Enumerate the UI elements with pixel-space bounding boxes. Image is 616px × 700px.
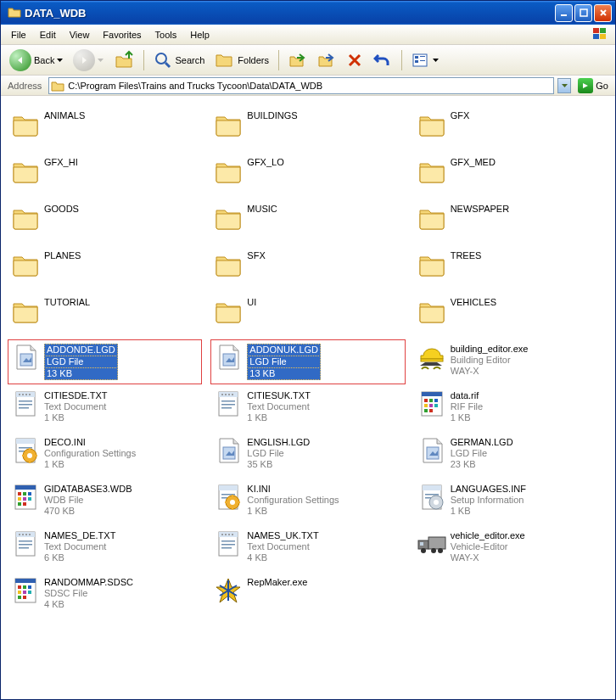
svg-point-70 bbox=[230, 500, 235, 505]
vehicleexe-icon bbox=[417, 529, 447, 559]
undo-button[interactable] bbox=[370, 49, 395, 71]
menu-tools[interactable]: Tools bbox=[148, 27, 184, 42]
svg-rect-49 bbox=[29, 448, 31, 451]
lgd-icon bbox=[417, 435, 447, 466]
svg-rect-113 bbox=[18, 596, 21, 599]
svg-rect-1 bbox=[580, 9, 587, 16]
folder-item[interactable]: PLANES bbox=[8, 246, 202, 291]
svg-rect-21 bbox=[19, 400, 32, 402]
lgd-icon bbox=[10, 342, 41, 372]
ini-icon bbox=[213, 482, 244, 512]
file-item[interactable]: ADDONUK.LGDLGD File13 KB bbox=[210, 339, 405, 384]
svg-rect-97 bbox=[221, 544, 235, 546]
folder-item[interactable]: ANIMALS bbox=[8, 106, 202, 151]
address-input[interactable] bbox=[68, 81, 552, 91]
item-name: ENGLISH.LGD bbox=[247, 437, 310, 448]
rif-icon bbox=[10, 575, 41, 606]
svg-rect-98 bbox=[221, 547, 232, 549]
folder-item[interactable]: NEWSPAPER bbox=[414, 199, 608, 244]
up-button[interactable] bbox=[110, 48, 137, 73]
file-item[interactable]: ADDONDE.LGDLGD File13 KB bbox=[8, 339, 202, 384]
folder-icon bbox=[10, 249, 41, 279]
folder-item[interactable]: GFX bbox=[414, 106, 608, 151]
svg-rect-3 bbox=[600, 28, 606, 33]
menu-help[interactable]: Help bbox=[183, 27, 216, 42]
svg-point-92 bbox=[221, 534, 223, 535]
forward-button[interactable] bbox=[70, 47, 107, 74]
folder-item[interactable]: MUSIC bbox=[210, 199, 405, 244]
lgd-icon bbox=[213, 435, 244, 466]
svg-rect-112 bbox=[28, 591, 31, 594]
item-size: 35 KB bbox=[247, 459, 310, 470]
folder-item[interactable]: TUTORIAL bbox=[8, 293, 202, 338]
item-name: KI.INI bbox=[247, 484, 339, 495]
menu-file[interactable]: File bbox=[4, 27, 33, 42]
item-size: 4 KB bbox=[44, 599, 133, 610]
file-item[interactable]: DECO.INIConfiguration Settings1 KB bbox=[8, 433, 202, 478]
svg-point-95 bbox=[232, 534, 233, 535]
search-button[interactable]: Search bbox=[150, 48, 208, 72]
file-item[interactable]: GIDATABASE3.WDBWDB File470 KB bbox=[8, 479, 202, 524]
folder-item[interactable]: VEHICLES bbox=[414, 293, 608, 338]
menu-edit[interactable]: Edit bbox=[33, 27, 63, 42]
svg-rect-88 bbox=[19, 544, 32, 546]
file-item[interactable]: vehicle_editor.exeVehicle-EditorWAY-X bbox=[414, 526, 608, 571]
folders-button[interactable]: Folders bbox=[211, 48, 272, 72]
move-to-button[interactable] bbox=[285, 48, 311, 72]
go-button[interactable]: Go bbox=[574, 76, 612, 95]
file-item[interactable]: LANGUAGES.INFSetup Information1 KB bbox=[414, 479, 608, 524]
file-item[interactable]: ENGLISH.LGDLGD File35 KB bbox=[210, 433, 405, 478]
maximize-button[interactable] bbox=[574, 4, 592, 22]
folder-icon bbox=[417, 249, 447, 279]
minimize-button[interactable] bbox=[555, 4, 573, 22]
item-name: GFX_LO bbox=[247, 157, 283, 168]
back-button[interactable]: Back bbox=[6, 47, 66, 74]
folder-item[interactable]: GFX_LO bbox=[210, 153, 405, 198]
item-name: RANDOMMAP.SDSC bbox=[44, 577, 133, 588]
item-size: 1 KB bbox=[451, 506, 526, 517]
svg-point-26 bbox=[221, 394, 223, 395]
delete-button[interactable] bbox=[343, 49, 367, 71]
folder-item[interactable]: UI bbox=[210, 293, 405, 338]
file-item[interactable]: NAMES_UK.TXTText Document4 KB bbox=[210, 526, 405, 571]
file-item[interactable]: CITIESDE.TXTText Document1 KB bbox=[8, 386, 202, 431]
file-item[interactable]: RANDOMMAP.SDSCSDSC File4 KB bbox=[8, 573, 202, 618]
folder-up-icon bbox=[114, 50, 134, 70]
folder-item[interactable]: GFX_HI bbox=[8, 153, 202, 198]
file-item[interactable]: RepMaker.exe bbox=[210, 573, 405, 618]
item-size: 13 KB bbox=[44, 367, 118, 380]
file-item[interactable]: CITIESUK.TXTText Document1 KB bbox=[210, 386, 405, 431]
svg-point-94 bbox=[228, 534, 230, 535]
views-button[interactable] bbox=[408, 49, 442, 71]
address-dropdown[interactable] bbox=[557, 78, 571, 93]
folder-item[interactable]: SFX bbox=[210, 246, 405, 291]
file-item[interactable]: NAMES_DE.TXTText Document6 KB bbox=[8, 526, 202, 571]
svg-rect-35 bbox=[424, 399, 428, 402]
item-name: BUILDINGS bbox=[247, 110, 297, 121]
file-item[interactable]: GERMAN.LGDLGD File23 KB bbox=[414, 433, 608, 478]
folder-item[interactable]: GFX_MED bbox=[414, 153, 608, 198]
close-button[interactable] bbox=[594, 4, 612, 22]
file-item[interactable]: data.rifRIF File1 KB bbox=[414, 386, 608, 431]
item-name: NAMES_DE.TXT bbox=[44, 530, 115, 541]
address-input-wrapper[interactable] bbox=[48, 77, 554, 94]
windows-flag-icon[interactable] bbox=[591, 26, 610, 43]
item-type: LGD File bbox=[247, 448, 310, 459]
folder-item[interactable]: TREES bbox=[414, 246, 608, 291]
folder-item[interactable]: GOODS bbox=[8, 199, 202, 244]
file-item[interactable]: KI.INIConfiguration Settings1 KB bbox=[210, 479, 405, 524]
folder-icon bbox=[10, 109, 41, 139]
svg-point-27 bbox=[225, 394, 227, 395]
svg-rect-37 bbox=[434, 399, 438, 402]
file-item[interactable]: building_editor.exeBuilding EditorWAY-X bbox=[414, 339, 608, 384]
menu-favorites[interactable]: Favorites bbox=[96, 27, 148, 42]
svg-rect-71 bbox=[232, 495, 233, 498]
item-name: CITIESUK.TXT bbox=[247, 390, 311, 401]
menu-view[interactable]: View bbox=[63, 27, 97, 42]
file-list[interactable]: ANIMALSBUILDINGSGFXGFX_HIGFX_LOGFX_MEDGO… bbox=[1, 96, 615, 699]
folder-item[interactable]: BUILDINGS bbox=[210, 106, 405, 151]
svg-rect-41 bbox=[424, 409, 428, 412]
svg-rect-31 bbox=[221, 404, 235, 406]
copy-to-button[interactable] bbox=[314, 48, 339, 72]
item-name: building_editor.exe bbox=[451, 344, 529, 355]
